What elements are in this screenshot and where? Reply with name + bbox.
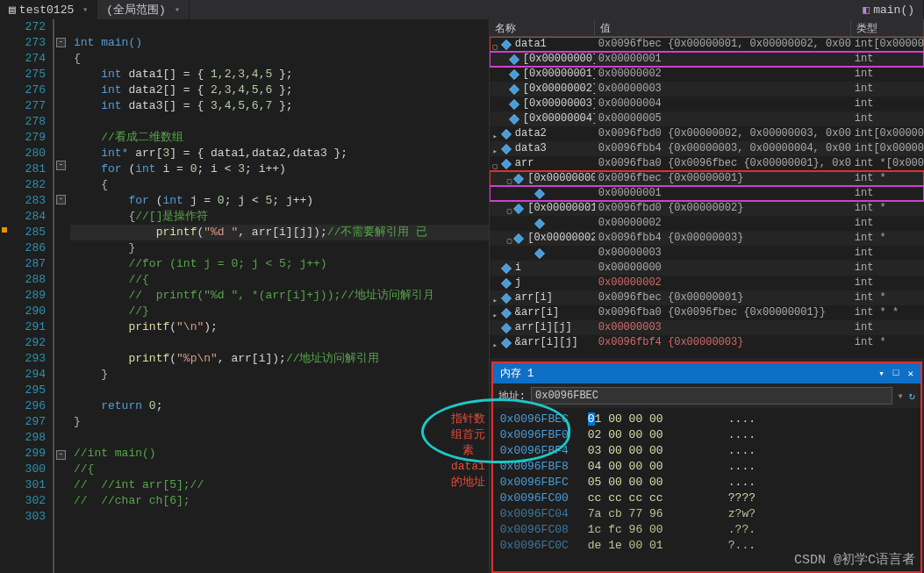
expander-icon[interactable]: ▢ (507, 234, 512, 242)
expander-icon[interactable] (525, 249, 533, 257)
variable-icon (509, 69, 519, 80)
fold-toggle[interactable]: - (56, 195, 66, 204)
memory-line[interactable]: 0x0096FBF4 03 00 00 00 .... (500, 443, 913, 459)
watch-row[interactable]: [0x00000000]0x00000001int (490, 52, 924, 67)
variable-icon (509, 84, 519, 95)
tab-func[interactable]: ◧main() (854, 0, 924, 19)
var-type: int * (851, 231, 924, 246)
var-type: int (851, 111, 924, 126)
watch-row[interactable]: j0x00000002int (490, 276, 924, 290)
top-tab-bar: ▤test0125▾ (全局范围)▾ ◧main() (0, 0, 924, 19)
var-name: [0x00000002] (527, 231, 595, 246)
watch-row[interactable]: 0x00000001int (490, 186, 924, 201)
chevron-down-icon[interactable]: ▾ (82, 4, 88, 15)
var-type: int (851, 216, 924, 231)
expander-icon[interactable] (491, 264, 499, 272)
window-dropdown-icon[interactable]: ▾ (878, 368, 885, 379)
expander-icon[interactable] (491, 279, 499, 287)
code-area[interactable]: int main() { int data1[] = { 1,2,3,4,5 }… (70, 19, 489, 573)
mem-addr: 0x0096FBF4 (500, 443, 588, 459)
watch-panel[interactable]: ▢data10x0096fbec {0x00000001, 0x00000002… (490, 37, 924, 358)
mem-ascii: .... (728, 427, 756, 443)
memory-line[interactable]: 0x0096FC08 1c fc 96 00 .??. (500, 522, 913, 538)
expander-icon[interactable] (491, 324, 499, 332)
watch-row[interactable]: i0x00000000int (490, 261, 924, 276)
tab-func-label: main() (873, 4, 914, 17)
tab-file[interactable]: ▤test0125▾ (0, 0, 97, 19)
variable-icon (501, 39, 512, 50)
tab-scope[interactable]: (全局范围)▾ (97, 0, 190, 19)
watch-row[interactable]: ▸arr[i]0x0096fbec {0x00000001}int * (490, 290, 924, 305)
var-name: arr (515, 156, 534, 171)
expander-icon[interactable]: ▸ (491, 145, 499, 153)
memory-line[interactable]: 0x0096FBEC 01 00 00 00 .... (500, 412, 913, 427)
watch-row[interactable]: ▢[0x00000001]0x0096fbd0 {0x00000002}int … (490, 201, 924, 216)
watch-row[interactable]: 0x00000003int (490, 246, 924, 261)
expander-icon[interactable]: ▢ (491, 160, 499, 168)
variable-icon (513, 204, 524, 214)
memory-line[interactable]: 0x0096FBF8 04 00 00 00 .... (500, 459, 913, 475)
mem-addr: 0x0096FC08 (500, 522, 588, 538)
watch-col-type[interactable]: 类型 (851, 19, 924, 36)
memory-line[interactable]: 0x0096FBFC 05 00 00 00 .... (500, 475, 913, 491)
memory-title-bar[interactable]: 内存 1 ▾□✕ (493, 363, 920, 383)
watch-row[interactable]: ▢arr0x0096fba0 {0x0096fbec {0x00000001},… (490, 156, 924, 171)
watch-row[interactable]: ▢data10x0096fbec {0x00000001, 0x00000002… (490, 37, 924, 52)
file-icon: ▤ (9, 3, 16, 17)
fold-toggle[interactable]: - (56, 450, 66, 460)
var-name: [0x00000002] (523, 82, 595, 97)
watch-row[interactable]: ▢[0x00000000]0x0096fbec {0x00000001}int … (490, 171, 924, 186)
window-close-icon[interactable]: ✕ (907, 368, 913, 379)
watch-row[interactable]: arr[i][j]0x00000003int (490, 320, 924, 335)
fold-toggle[interactable]: - (56, 38, 66, 47)
watch-row[interactable]: [0x00000001]0x00000002int (490, 67, 924, 82)
watch-col-name[interactable]: 名称 (490, 19, 595, 36)
tab-scope-label: (全局范围) (106, 2, 166, 18)
var-name: [0x00000003] (523, 97, 595, 111)
memory-addr-input[interactable] (531, 387, 892, 405)
refresh-icon[interactable]: ↻ (909, 390, 915, 403)
watch-row[interactable]: ▢[0x00000002]0x0096fbb4 {0x00000003}int … (490, 231, 924, 246)
var-type: int (851, 276, 924, 290)
watch-row[interactable]: ▸&arr[i]0x0096fba0 {0x0096fbec {0x000000… (490, 305, 924, 320)
watch-row[interactable]: [0x00000002]0x00000003int (490, 82, 924, 97)
watch-col-value[interactable]: 值 (595, 19, 851, 36)
memory-line[interactable]: 0x0096FC04 7a cb 77 96 z?w? (500, 506, 913, 522)
memory-line[interactable]: 0x0096FBF0 02 00 00 00 .... (500, 427, 913, 443)
var-type: int * (851, 335, 924, 350)
memory-line[interactable]: 0x0096FC0C de 1e 00 01 ?... (500, 538, 913, 554)
var-value: 0x0096fba0 {0x0096fbec {0x00000001}, 0x0… (595, 156, 851, 171)
code-editor[interactable]: 272 273 274 275 276 277 278 279 280 281 … (0, 19, 490, 573)
expander-icon[interactable]: ▸ (491, 294, 499, 302)
expander-icon[interactable]: ▢ (507, 175, 512, 183)
expander-icon[interactable]: ▸ (491, 130, 499, 138)
variable-icon (501, 308, 512, 319)
watch-row[interactable]: ▸&arr[i][j]0x0096fbf4 {0x00000003}int * (490, 335, 924, 350)
watch-row[interactable]: 0x00000002int (490, 216, 924, 231)
mem-addr: 0x0096FBF8 (500, 459, 588, 475)
breakpoint-icon[interactable] (2, 227, 7, 233)
memory-title: 内存 1 (500, 366, 534, 381)
mem-ascii: .... (728, 459, 756, 475)
dropdown-icon[interactable]: ▾ (898, 390, 904, 403)
watch-row[interactable]: ▸data30x0096fbb4 {0x00000003, 0x00000004… (490, 141, 924, 156)
expander-icon[interactable]: ▸ (491, 309, 499, 317)
expander-icon[interactable]: ▢ (491, 40, 499, 48)
var-type: int (851, 97, 924, 111)
mem-ascii: ???? (728, 491, 756, 506)
memory-line[interactable]: 0x0096FC00 cc cc cc cc ???? (500, 491, 913, 506)
watch-row[interactable]: ▸data20x0096fbd0 {0x00000002, 0x00000003… (490, 126, 924, 141)
var-name: j (515, 276, 521, 290)
mem-bytes: 7a cb 77 96 (588, 506, 728, 522)
watch-row[interactable]: [0x00000004]0x00000005int (490, 111, 924, 126)
mem-bytes: 1c fc 96 00 (588, 522, 728, 538)
expander-icon[interactable] (525, 219, 533, 227)
expander-icon[interactable]: ▢ (507, 204, 512, 212)
expander-icon[interactable] (525, 190, 533, 197)
chevron-down-icon[interactable]: ▾ (175, 4, 180, 15)
watch-row[interactable]: [0x00000003]0x00000004int (490, 97, 924, 111)
expander-icon[interactable]: ▸ (491, 339, 499, 347)
memory-body[interactable]: 0x0096FBEC 01 00 00 00 ....0x0096FBF0 02… (493, 408, 920, 557)
window-maximize-icon[interactable]: □ (893, 368, 899, 379)
fold-toggle[interactable]: - (56, 161, 66, 170)
